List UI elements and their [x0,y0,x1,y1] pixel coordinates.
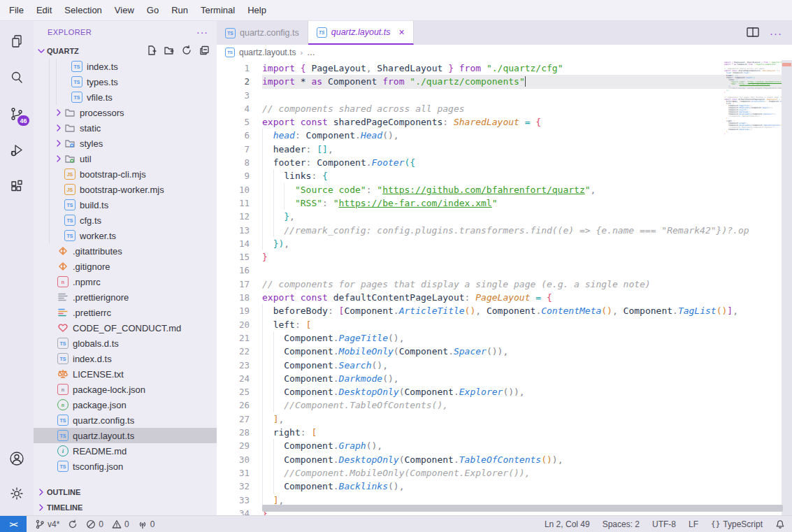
status-bell[interactable] [775,519,785,529]
tab-quartz.layout.ts[interactable]: TSquartz.layout.ts× [308,21,414,45]
code-line-12[interactable]: }, [262,210,782,223]
code-line-7[interactable]: header: [], [262,143,782,156]
code-line-8[interactable]: footer: Component.Footer({ [262,156,782,169]
line-number[interactable]: 34 [217,507,262,515]
tree-item-code-of-conduct-md[interactable]: CODE_OF_CONDUCT.md [34,320,217,336]
line-number[interactable]: 10 [217,183,262,196]
line-number[interactable]: 29 [217,439,262,452]
status-ln-2-col-49[interactable]: Ln 2, Col 49 [545,519,590,529]
tab-quartz.config.ts[interactable]: TSquartz.config.ts [217,21,308,45]
new-file-icon[interactable] [146,45,157,57]
code-line-18[interactable]: export const defaultContentPageLayout: P… [262,291,782,304]
code-line-17[interactable]: // components for pages that display a s… [262,278,782,291]
menu-go[interactable]: Go [141,0,165,21]
vertical-scrollbar[interactable] [782,60,792,515]
code-line-11[interactable]: "RSS": "https://be-far.com/index.xml" [262,196,782,210]
tree-item-types-ts[interactable]: TStypes.ts [34,74,217,89]
line-number[interactable]: 30 [217,453,262,466]
line-number[interactable]: 5 [217,115,262,129]
menu-selection[interactable]: Selection [58,0,108,21]
source-control-icon[interactable]: 46 [0,98,34,130]
menu-help[interactable]: Help [241,0,273,21]
code-line-29[interactable]: Component.Graph(), [262,439,782,452]
tree-item-package-json[interactable]: npackage.json [34,397,217,412]
tree-item-readme-md[interactable]: iREADME.md [34,443,217,459]
line-number[interactable]: 31 [217,466,262,480]
breadcrumb-more[interactable]: … [307,48,315,57]
tree-item-util[interactable]: util [34,151,217,166]
code-line-23[interactable]: Component.Search(), [262,359,782,372]
tree-item-package-lock-json[interactable]: npackage-lock.json [34,382,217,397]
explorer-icon[interactable] [0,25,34,57]
sidebar-section-quartz[interactable]: QUARTZ [34,43,217,59]
line-number[interactable]: 22 [217,345,262,358]
status-branch[interactable]: v4* [35,519,59,529]
collapse-all-icon[interactable] [199,45,210,57]
code-line-32[interactable]: Component.Backlinks(), [262,480,782,493]
line-number[interactable]: 12 [217,210,262,223]
code-line-6[interactable]: head: Component.Head(), [262,129,782,142]
tree-item-build-ts[interactable]: TSbuild.ts [34,197,217,213]
status-error[interactable]: 0 [86,519,103,529]
tree-item-tsconfig-json[interactable]: TStsconfig.json [34,459,217,474]
breadcrumb-file[interactable]: quartz.layout.ts [239,48,296,57]
line-number[interactable]: 17 [217,278,262,291]
tree-item--prettierignore[interactable]: .prettierignore [34,289,217,305]
tree-item-bootstrap-cli-mjs[interactable]: JSbootstrap-cli.mjs [34,166,217,182]
tree-item-cfg-ts[interactable]: TScfg.ts [34,213,217,228]
tree-item-static[interactable]: static [34,120,217,136]
sidebar-section-timeline[interactable]: TIMELINE [34,500,217,515]
line-number[interactable]: 28 [217,426,262,439]
code-line-24[interactable]: Component.Darkmode(), [262,372,782,385]
line-number[interactable]: 16 [217,264,262,277]
line-number[interactable]: 4 [217,102,262,115]
line-number[interactable]: 19 [217,304,262,317]
tree-item-license-txt[interactable]: LICENSE.txt [34,366,217,382]
code-line-5[interactable]: export const sharedPageComponents: Share… [262,115,782,129]
line-number[interactable]: 33 [217,494,262,507]
tree-item-quartz-config-ts[interactable]: TSquartz.config.ts [34,412,217,428]
line-number[interactable]: 7 [217,143,262,156]
menu-view[interactable]: View [108,0,141,21]
status-spaces-2[interactable]: Spaces: 2 [603,519,640,529]
code-line-3[interactable] [262,89,782,102]
tree-item-quartz-layout-ts[interactable]: TSquartz.layout.ts [34,428,217,443]
horizontal-scrollbar[interactable] [262,505,783,512]
menu-run[interactable]: Run [165,0,194,21]
refresh-icon[interactable] [181,45,192,57]
code-line-27[interactable]: ], [262,412,782,426]
line-number[interactable]: 14 [217,237,262,250]
tree-item-worker-ts[interactable]: TSworker.ts [34,228,217,243]
close-icon[interactable]: × [399,27,405,38]
sidebar-section-outline[interactable]: OUTLINE [34,484,217,500]
line-number[interactable]: 13 [217,224,262,237]
code-line-15[interactable]: } [262,250,782,264]
tree-item--gitignore[interactable]: .gitignore [34,259,217,274]
code-line-31[interactable]: //Component.MobileOnly(Component.Explore… [262,466,782,480]
tree-item--npmrc[interactable]: n.npmrc [34,274,217,289]
code-line-4[interactable]: // components shared across all pages [262,102,782,115]
line-number[interactable]: 8 [217,156,262,169]
line-number[interactable]: 23 [217,359,262,372]
remote-indicator[interactable]: >< [0,516,27,532]
minimap[interactable]: import { PageLayout, SharedLayout } from… [724,62,782,201]
line-number[interactable]: 6 [217,129,262,142]
settings-icon[interactable] [0,477,34,510]
new-folder-icon[interactable] [164,45,175,57]
code-line-1[interactable]: import { PageLayout, SharedLayout } from… [262,62,782,75]
line-number[interactable]: 32 [217,480,262,493]
code-area[interactable]: import { PageLayout, SharedLayout } from… [262,62,782,515]
tree-item-styles[interactable]: styles [34,136,217,151]
sidebar-more-actions-icon[interactable]: ··· [196,27,208,38]
code-line-9[interactable]: links: { [262,169,782,182]
tree-item-bootstrap-worker-mjs[interactable]: JSbootstrap-worker.mjs [34,182,217,197]
line-number[interactable]: 26 [217,398,262,412]
tree-item-processors[interactable]: processors [34,105,217,120]
line-number[interactable]: 20 [217,318,262,331]
code-line-22[interactable]: Component.MobileOnly(Component.Spacer())… [262,345,782,358]
line-number[interactable]: 9 [217,169,262,182]
status-lf[interactable]: LF [689,519,698,529]
menu-edit[interactable]: Edit [30,0,58,21]
line-number[interactable]: 1 [217,62,262,75]
code-line-16[interactable] [262,264,782,277]
